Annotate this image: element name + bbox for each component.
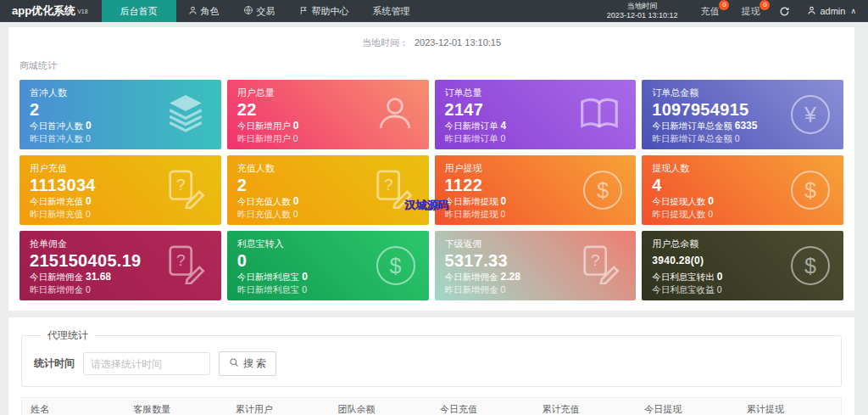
refresh-icon[interactable] (771, 0, 798, 22)
nav-item-roles[interactable]: 角色 (176, 0, 231, 22)
local-time-label: 当地时间： (362, 37, 409, 48)
dollar-circle-icon: $ (376, 246, 415, 285)
svg-text:?: ? (176, 176, 186, 193)
top-right-toolbar: 当地时间 2023-12-01 13:10:12 充值 0 提现 0 admin… (595, 0, 868, 22)
stat-card-user-recharge: 用户充值 1113034 今日新增充值0 昨日新增充值0 ? (19, 155, 221, 225)
dollar-circle-icon: $ (583, 171, 622, 210)
layers-icon (164, 93, 208, 136)
stat-card-withdraw-users: 提现人数 4 今日提现人数0 昨日提现人数0 $ (642, 155, 843, 225)
local-time-bar: 当地时间： 2023-12-01 13:10:15 (8, 27, 854, 53)
search-button[interactable]: 搜 索 (219, 351, 276, 376)
stat-time-label: 统计时间 (34, 356, 75, 371)
agent-table: 姓名 客服数量 累计用户 团队余额 今日充值 累计充值 今日提现 累计提现 一帆… (21, 397, 842, 415)
user-icon (188, 6, 198, 17)
nav-item-help[interactable]: 帮助中心 (287, 0, 361, 22)
book-icon (576, 93, 622, 136)
yen-circle-icon: ¥ (791, 95, 830, 134)
nav-item-trade[interactable]: 交易 (231, 0, 287, 22)
col-name: 姓名 (22, 398, 125, 415)
col-service-count: 客服数量 (125, 398, 227, 415)
admin-username: admin (820, 6, 845, 16)
stat-card-total-order-amount: 订单总金额 1097954915 今日新增订单总金额6335 昨日新增订单总金额… (642, 80, 843, 149)
agent-stats-legend: 代理统计 (41, 328, 95, 343)
top-bar: app优化系统V18 后台首页 角色 交易 帮助中心 系统管理 当地时间 202… (0, 0, 868, 22)
svg-text:?: ? (176, 251, 186, 269)
admin-menu[interactable]: admin ∧ (798, 6, 868, 17)
person-icon (807, 6, 816, 17)
main-nav: 后台首页 角色 交易 帮助中心 系统管理 (102, 0, 422, 22)
local-time-value: 2023-12-01 13:10:15 (415, 37, 501, 48)
app-logo: app优化系统V18 (0, 0, 102, 22)
svg-text:?: ? (591, 251, 600, 269)
stat-card-interest-transfer-in: 利息宝转入 0 今日新增利息宝0 昨日新增利息宝0 $ (227, 231, 429, 300)
col-total-users: 累计用户 (227, 398, 330, 415)
recharge-button[interactable]: 充值 0 (689, 0, 730, 22)
svg-text:?: ? (383, 176, 392, 193)
agent-table-header-row: 姓名 客服数量 累计用户 团队余额 今日充值 累计充值 今日提现 累计提现 (22, 398, 842, 415)
nav-item-home[interactable]: 后台首页 (102, 0, 176, 22)
stat-time-input[interactable] (83, 352, 210, 375)
app-version: V18 (77, 8, 87, 14)
col-team-balance: 团队余额 (329, 398, 431, 415)
withdraw-badge: 0 (760, 0, 770, 10)
edit-doc-icon: ? (578, 244, 622, 288)
chevron-up-icon: ∧ (850, 7, 856, 15)
stats-panel: 当地时间： 2023-12-01 13:10:15 商城统计 首冲人数 2 今日… (8, 27, 854, 311)
watermark: 汉城源码 (404, 198, 448, 213)
col-total-recharge: 累计充值 (534, 398, 637, 415)
edit-doc-icon: ? (164, 244, 208, 288)
dollar-circle-icon: $ (791, 246, 830, 285)
flag-icon (299, 6, 309, 17)
search-icon (229, 357, 239, 370)
col-total-withdraw: 累计提现 (738, 398, 842, 415)
stat-card-sub-rebate: 下级返佣 5317.33 今日新增佣金2.28 昨日新增佣金0 ? (435, 231, 637, 300)
app-title: app优化系统 (12, 3, 75, 19)
dollar-circle-icon: $ (791, 171, 830, 210)
stat-card-recharge-users: 充值人数 2 今日充值人数0 昨日充值人数0 ? (227, 155, 429, 225)
stat-card-total-users: 用户总量 22 今日新增用户0 昨日新增用户0 (227, 80, 429, 149)
withdraw-button[interactable]: 提现 0 (730, 0, 771, 22)
header-local-time: 当地时间 2023-12-01 13:10:12 (595, 2, 690, 20)
agent-stats-panel: 代理统计 统计时间 搜 索 姓名 客服数量 累计用户 团队余额 今日充值 累计充… (8, 317, 854, 415)
stat-card-user-total-balance: 用户总余额 3940.28(0) 今日利息宝转出0 今日利息宝收益0 $ (642, 231, 843, 300)
agent-search-row: 统计时间 搜 索 (34, 351, 829, 376)
stat-card-grid: 首冲人数 2 今日首冲人数0 昨日首冲人数0 用户总量 22 今日新增用户0 昨… (8, 80, 854, 300)
stat-card-first-recharge-users: 首冲人数 2 今日首冲人数0 昨日首冲人数0 (19, 80, 221, 149)
col-today-recharge: 今日充值 (431, 398, 534, 415)
section-title: 商城统计 (8, 53, 854, 80)
globe-icon (243, 5, 253, 17)
stat-card-total-orders: 订单总量 2147 今日新增订单4 昨日新增订单0 (435, 80, 637, 149)
stat-card-order-commission: 抢单佣金 215150405.19 今日新增佣金31.68 昨日新增佣金0 ? (19, 231, 221, 300)
agent-stats-fieldset: 代理统计 统计时间 搜 索 (21, 328, 842, 387)
recharge-badge: 0 (719, 0, 729, 10)
nav-item-system[interactable]: 系统管理 (361, 0, 422, 22)
edit-doc-icon: ? (164, 168, 208, 212)
stat-card-user-withdraw: 用户提现 1122 今日新增提现0 昨日新增提现0 $ (435, 155, 637, 225)
col-today-withdraw: 今日提现 (636, 398, 738, 415)
user-icon (375, 93, 415, 137)
